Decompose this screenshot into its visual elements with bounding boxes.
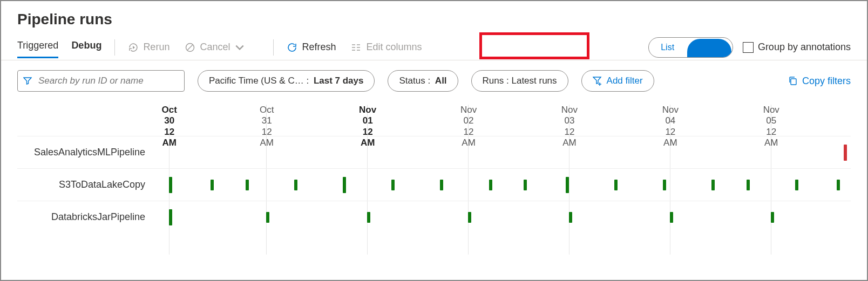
chevron-down-icon	[234, 42, 245, 53]
gantt-run-mark[interactable]	[367, 212, 370, 223]
gantt-row-track	[155, 169, 851, 201]
filter-timerange[interactable]: Pacific Time (US & C… : Last 7 days	[198, 70, 375, 92]
filter-timerange-value: Last 7 days	[314, 76, 364, 86]
gantt-row: DatabricksJarPipeline	[17, 201, 851, 233]
divider	[114, 39, 115, 56]
cancel-icon	[185, 42, 195, 53]
gantt-run-mark[interactable]	[747, 180, 750, 190]
gantt-run-mark[interactable]	[566, 177, 569, 193]
gantt-run-mark[interactable]	[246, 180, 249, 190]
refresh-button[interactable]: Refresh	[287, 42, 336, 53]
gantt-run-mark[interactable]	[670, 212, 673, 223]
tutorial-highlight	[479, 32, 589, 59]
filter-timezone-label: Pacific Time (US & C…	[209, 76, 304, 86]
view-toggle: List Gantt	[648, 37, 733, 58]
columns-icon	[351, 42, 362, 53]
gantt-row: SalesAnalyticsMLPipeline	[17, 136, 851, 168]
search-input-wrap[interactable]	[17, 70, 185, 92]
gantt-row-track	[155, 136, 851, 168]
gantt-run-mark[interactable]	[294, 180, 297, 190]
gantt-run-mark[interactable]	[837, 180, 840, 190]
gantt-rows: SalesAnalyticsMLPipelineS3ToDataLakeCopy…	[17, 136, 851, 233]
gantt-run-mark[interactable]	[169, 209, 172, 225]
divider	[273, 39, 274, 56]
gantt-row-label: SalesAnalyticsMLPipeline	[17, 147, 155, 158]
add-filter-label: Add filter	[607, 76, 643, 86]
group-by-label: Group by annotations	[758, 42, 851, 53]
copy-filters-button[interactable]: Copy filters	[788, 76, 851, 87]
gantt-run-mark[interactable]	[169, 177, 172, 193]
rerun-button: Rerun	[128, 42, 169, 53]
gantt-run-mark[interactable]	[795, 180, 798, 190]
gantt-run-mark[interactable]	[844, 145, 847, 161]
gantt-time-axis: Oct 3012 AMOct 3112 AMNov 0112 AMNov 021…	[155, 105, 851, 136]
gantt-run-mark[interactable]	[391, 180, 395, 190]
tab-debug[interactable]: Debug	[71, 37, 101, 58]
gantt-run-mark[interactable]	[211, 180, 214, 190]
copy-icon	[788, 76, 798, 86]
gantt-run-mark[interactable]	[524, 180, 527, 190]
view-toggle-gantt[interactable]: Gantt	[687, 39, 731, 58]
group-by-annotations[interactable]: Group by annotations	[743, 42, 851, 53]
gantt-run-mark[interactable]	[440, 180, 443, 190]
filter-runs-label: Runs :	[483, 76, 509, 86]
edit-columns-label: Edit columns	[366, 42, 422, 53]
filter-status[interactable]: Status : All	[388, 70, 458, 92]
gantt-row-label: S3ToDataLakeCopy	[17, 179, 155, 190]
filter-runs[interactable]: Runs : Latest runs	[471, 70, 568, 92]
filters-row: Pacific Time (US & C… : Last 7 days Stat…	[1, 60, 867, 99]
cancel-label: Cancel	[200, 42, 230, 53]
filter-icon	[23, 77, 32, 85]
tab-triggered[interactable]: Triggered	[17, 37, 58, 58]
gantt-run-mark[interactable]	[468, 212, 471, 223]
gantt-run-mark[interactable]	[771, 212, 774, 223]
gantt-run-mark[interactable]	[711, 180, 715, 190]
view-toggle-list[interactable]: List	[649, 38, 686, 57]
gantt-row-label: DatabricksJarPipeline	[17, 211, 155, 223]
run-type-tabs: Triggered Debug	[17, 37, 101, 58]
filter-status-value: All	[435, 76, 447, 86]
search-input[interactable]	[37, 75, 179, 87]
gantt-chart: Oct 3012 AMOct 3112 AMNov 0112 AMNov 021…	[17, 105, 851, 256]
gantt-run-mark[interactable]	[663, 180, 666, 190]
refresh-label: Refresh	[302, 42, 336, 53]
gantt-run-mark[interactable]	[489, 180, 492, 190]
gantt-run-mark[interactable]	[569, 212, 572, 223]
refresh-icon	[287, 42, 297, 53]
copy-filters-label: Copy filters	[802, 76, 851, 87]
filter-status-label: Status :	[399, 76, 430, 86]
gantt-run-mark[interactable]	[266, 212, 269, 223]
add-filter-icon	[593, 76, 602, 86]
toolbar: Triggered Debug Rerun Cancel Refresh Edi…	[1, 32, 867, 60]
filter-runs-value: Latest runs	[511, 76, 557, 86]
gantt-run-mark[interactable]	[343, 177, 346, 193]
gantt-row: S3ToDataLakeCopy	[17, 168, 851, 201]
svg-rect-10	[791, 79, 796, 85]
add-filter-button[interactable]: Add filter	[581, 70, 654, 92]
cancel-button: Cancel	[185, 42, 245, 53]
svg-line-1	[187, 45, 193, 50]
rerun-label: Rerun	[143, 42, 169, 53]
checkbox-icon[interactable]	[743, 42, 754, 53]
page-title: Pipeline runs	[1, 1, 867, 32]
rerun-icon	[128, 42, 139, 53]
gantt-run-mark[interactable]	[614, 180, 618, 190]
edit-columns-button: Edit columns	[351, 42, 422, 53]
gantt-row-track	[155, 201, 851, 233]
